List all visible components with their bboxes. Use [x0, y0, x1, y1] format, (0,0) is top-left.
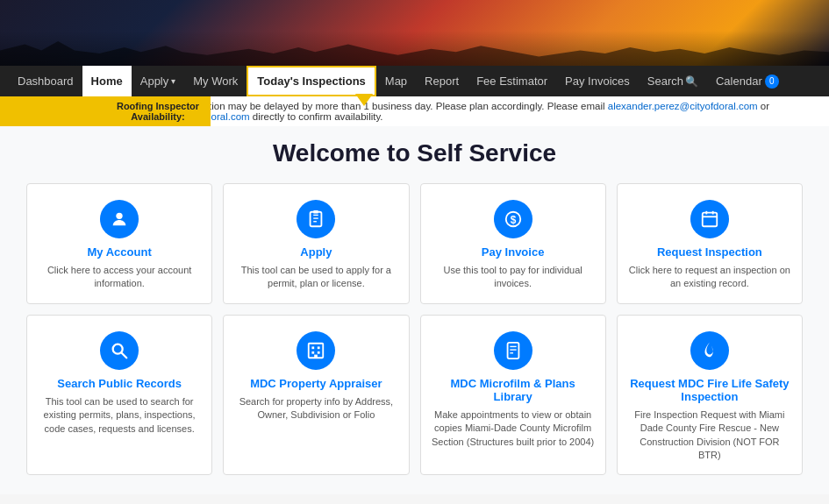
svg-rect-18 [318, 351, 320, 354]
svg-rect-17 [312, 351, 315, 354]
svg-rect-1 [311, 212, 322, 227]
search-public-records-icon [100, 331, 139, 370]
main-content: Welcome to Self Service My Account Click… [0, 126, 829, 494]
card-mdc-fire-safety[interactable]: Request MDC Fire Life Safety Inspection … [617, 315, 803, 476]
card-search-public-records[interactable]: Search Public Records This tool can be u… [26, 315, 212, 476]
mdc-microfilm-icon [494, 331, 532, 370]
svg-rect-8 [703, 213, 718, 227]
cards-grid-top: My Account Click here to access your acc… [26, 183, 803, 304]
svg-rect-5 [314, 210, 319, 214]
cards-grid-bottom: Search Public Records This tool can be u… [26, 315, 803, 476]
hero-banner [0, 0, 829, 66]
search-icon: 🔍 [685, 75, 698, 88]
svg-point-0 [116, 213, 122, 219]
svg-text:$: $ [510, 214, 516, 226]
mdc-property-appraiser-title: MDC Property Appraiser [234, 377, 397, 390]
alert-banner: Roofing Inspector Availability: Your roo… [0, 96, 829, 126]
mdc-fire-safety-icon [690, 331, 729, 370]
pay-invoice-desc: Use this tool to pay for individual invo… [432, 264, 595, 291]
my-account-desc: Click here to access your account inform… [38, 264, 201, 291]
svg-rect-20 [507, 343, 518, 358]
svg-rect-19 [315, 354, 318, 358]
nav-dashboard[interactable]: Dashboard [9, 66, 82, 96]
my-account-title: My Account [38, 245, 201, 259]
alert-text: Your roofing inspection may be delayed b… [123, 101, 820, 122]
nav-pay-invoices[interactable]: Pay Invoices [556, 66, 639, 96]
calendar-badge: 0 [765, 75, 779, 89]
alert-label: Roofing Inspector Availability: [105, 96, 211, 126]
mdc-property-appraiser-desc: Search for property info by Address, Own… [234, 395, 397, 422]
nav-mywork[interactable]: My Work [184, 66, 247, 96]
card-apply[interactable]: Apply This tool can be used to apply for… [223, 183, 409, 304]
nav-search[interactable]: Search 🔍 [639, 66, 707, 96]
svg-rect-16 [318, 346, 320, 349]
arrow-head [355, 94, 373, 106]
search-public-records-title: Search Public Records [38, 377, 201, 390]
svg-rect-15 [312, 346, 315, 349]
nav-home[interactable]: Home [82, 66, 132, 96]
card-pay-invoice[interactable]: $ Pay Invoice Use this tool to pay for i… [420, 183, 606, 304]
main-nav: Dashboard Home Apply ▾ My Work Today's I… [0, 66, 829, 96]
mdc-microfilm-title: MDC Microfilm & Plans Library [432, 377, 595, 403]
apply-icon [297, 200, 335, 238]
alert-email1[interactable]: alexander.perez@cityofdoral.com [608, 101, 758, 111]
request-inspection-title: Request Inspection [628, 245, 791, 259]
card-mdc-property-appraiser[interactable]: MDC Property Appraiser Search for proper… [223, 315, 409, 476]
svg-line-13 [122, 353, 127, 358]
nav-calendar[interactable]: Calendar 0 [707, 66, 788, 96]
apply-desc: This tool can be used to apply for a per… [234, 264, 397, 291]
mdc-fire-safety-desc: Fire Inspection Request with Miami Dade … [628, 408, 791, 463]
card-request-inspection[interactable]: Request Inspection Click here to request… [617, 183, 803, 304]
pay-invoice-title: Pay Invoice [432, 245, 595, 259]
request-inspection-icon [690, 200, 729, 238]
search-public-records-desc: This tool can be used to search for exis… [38, 395, 201, 436]
welcome-title: Welcome to Self Service [26, 139, 803, 167]
card-mdc-microfilm[interactable]: MDC Microfilm & Plans Library Make appoi… [420, 315, 606, 476]
request-inspection-desc: Click here to request an inspection on a… [628, 264, 791, 291]
pay-invoice-icon: $ [494, 200, 532, 238]
nav-fee-estimator[interactable]: Fee Estimator [468, 66, 556, 96]
apply-dropdown-icon: ▾ [171, 76, 175, 86]
mdc-property-appraiser-icon [297, 331, 335, 370]
mdc-fire-safety-title: Request MDC Fire Life Safety Inspection [628, 377, 791, 403]
nav-map[interactable]: Map [376, 66, 416, 96]
card-my-account[interactable]: My Account Click here to access your acc… [26, 183, 212, 304]
nav-apply[interactable]: Apply ▾ [132, 66, 185, 96]
apply-title: Apply [234, 245, 397, 259]
mdc-microfilm-desc: Make appointments to view or obtain copi… [432, 408, 595, 449]
nav-report[interactable]: Report [416, 66, 468, 96]
my-account-icon [100, 200, 139, 238]
nav-today-inspections[interactable]: Today's Inspections [247, 66, 376, 96]
